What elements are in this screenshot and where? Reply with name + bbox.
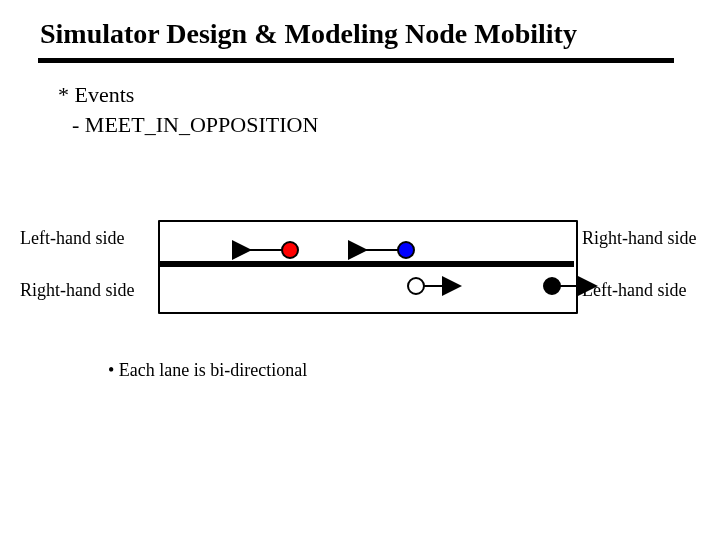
bullet-events: * Events [58,80,318,110]
slide: Simulator Design & Modeling Node Mobilit… [0,0,720,540]
lane-bottom [408,278,594,294]
label-top-right: Right-hand side [582,228,697,249]
title-underline [38,58,674,63]
label-bottom-left: Right-hand side [20,280,135,301]
slide-title: Simulator Design & Modeling Node Mobilit… [40,18,680,50]
lane-top [248,242,414,258]
vehicles-layer [158,220,574,310]
vehicle-node-icon [282,242,298,258]
note-bidirectional: • Each lane is bi-directional [108,360,307,381]
vehicle-node-icon [398,242,414,258]
bullet-meet-in-opposition: - MEET_IN_OPPOSITION [72,110,318,140]
bullet-block: * Events - MEET_IN_OPPOSITION [58,80,318,139]
vehicle-node-icon [544,278,560,294]
label-bottom-right: Left-hand side [582,280,686,301]
label-top-left: Left-hand side [20,228,124,249]
vehicle-node-icon [408,278,424,294]
